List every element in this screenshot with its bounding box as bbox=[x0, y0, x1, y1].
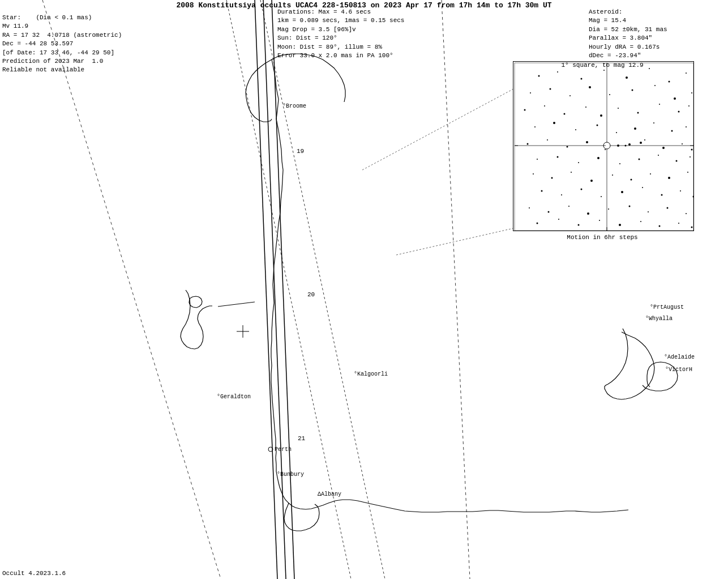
svg-point-106 bbox=[529, 207, 530, 208]
svg-point-72 bbox=[682, 143, 683, 144]
svg-point-126 bbox=[640, 142, 642, 144]
svg-point-101 bbox=[621, 191, 623, 193]
svg-point-116 bbox=[558, 219, 559, 220]
svg-text:ΔAlbany: ΔAlbany bbox=[318, 491, 341, 497]
svg-text:°Kalgoorli: °Kalgoorli bbox=[354, 371, 388, 377]
svg-point-98 bbox=[561, 194, 562, 195]
svg-point-40 bbox=[609, 94, 610, 95]
svg-point-57 bbox=[575, 129, 576, 130]
svg-point-112 bbox=[648, 211, 649, 212]
svg-point-81 bbox=[676, 160, 678, 162]
svg-point-111 bbox=[629, 206, 631, 207]
svg-point-119 bbox=[619, 224, 621, 226]
svg-point-45 bbox=[524, 109, 526, 111]
svg-point-52 bbox=[659, 104, 660, 105]
svg-line-9 bbox=[218, 302, 255, 306]
svg-text:19: 19 bbox=[297, 148, 304, 155]
svg-point-34 bbox=[669, 81, 670, 83]
svg-point-46 bbox=[544, 105, 545, 107]
svg-point-88 bbox=[533, 173, 534, 174]
svg-point-67 bbox=[586, 141, 588, 143]
svg-point-95 bbox=[668, 177, 670, 179]
svg-point-121 bbox=[659, 225, 661, 227]
svg-point-59 bbox=[616, 132, 617, 133]
star-chart-motion-label: Motion in 6hr steps bbox=[512, 233, 693, 242]
svg-point-71 bbox=[662, 147, 665, 149]
svg-point-58 bbox=[597, 125, 598, 126]
svg-point-115 bbox=[537, 223, 538, 224]
svg-point-93 bbox=[631, 179, 632, 181]
svg-point-76 bbox=[578, 162, 579, 163]
svg-point-56 bbox=[553, 122, 555, 124]
svg-point-125 bbox=[628, 143, 631, 146]
svg-point-113 bbox=[667, 207, 669, 209]
svg-point-68 bbox=[605, 149, 606, 150]
svg-point-75 bbox=[557, 156, 559, 158]
svg-text:°Adelaide: °Adelaide bbox=[664, 354, 695, 360]
svg-point-53 bbox=[678, 111, 680, 113]
svg-point-123 bbox=[691, 227, 693, 228]
svg-line-3 bbox=[263, 0, 286, 579]
svg-point-55 bbox=[534, 126, 536, 127]
svg-point-30 bbox=[581, 78, 583, 80]
svg-point-100 bbox=[601, 196, 602, 197]
svg-point-51 bbox=[637, 112, 639, 114]
occult-version: Occult 4.2023.1.6 bbox=[2, 570, 66, 577]
svg-point-118 bbox=[599, 220, 600, 221]
svg-line-1 bbox=[442, 0, 470, 579]
svg-point-42 bbox=[654, 85, 656, 86]
svg-point-97 bbox=[541, 190, 543, 192]
svg-point-91 bbox=[590, 180, 593, 182]
svg-point-103 bbox=[661, 194, 663, 196]
svg-text:Perth: Perth bbox=[275, 446, 292, 453]
svg-point-50 bbox=[618, 108, 619, 109]
svg-point-107 bbox=[548, 211, 550, 213]
asteroid-block: Asteroid: Mag = 15.4 Dia = 52 ±0km, 31 m… bbox=[589, 8, 675, 69]
svg-text:°PrtAugust: °PrtAugust bbox=[650, 304, 684, 310]
svg-point-82 bbox=[690, 156, 691, 157]
svg-point-35 bbox=[686, 73, 687, 74]
svg-point-48 bbox=[585, 107, 586, 108]
svg-line-7 bbox=[362, 85, 521, 170]
svg-point-117 bbox=[578, 224, 580, 226]
svg-point-64 bbox=[527, 143, 529, 145]
svg-point-92 bbox=[612, 174, 613, 176]
svg-point-44 bbox=[691, 92, 692, 93]
svg-line-8 bbox=[396, 227, 521, 255]
svg-point-37 bbox=[550, 88, 551, 90]
svg-line-2 bbox=[255, 0, 277, 579]
svg-point-61 bbox=[653, 122, 654, 124]
svg-point-47 bbox=[564, 113, 566, 115]
svg-point-114 bbox=[686, 213, 687, 214]
svg-point-104 bbox=[680, 190, 681, 191]
svg-point-60 bbox=[634, 127, 636, 130]
svg-point-74 bbox=[537, 159, 538, 160]
svg-text:°VictorH: °VictorH bbox=[665, 367, 692, 373]
svg-point-110 bbox=[608, 208, 609, 210]
svg-point-29 bbox=[557, 71, 558, 73]
star-chart-label-top: 1° square, to mag 12.9 bbox=[512, 61, 693, 70]
svg-point-77 bbox=[597, 157, 599, 159]
svg-point-43 bbox=[674, 97, 676, 100]
svg-point-96 bbox=[687, 172, 688, 173]
star-info-block: Star: (Dia < 0.1 mas) Mv 11.9 RA = 17 32… bbox=[2, 14, 122, 75]
svg-text:21: 21 bbox=[298, 435, 306, 442]
svg-point-94 bbox=[650, 173, 651, 174]
svg-text:°Geraldton: °Geraldton bbox=[217, 394, 251, 400]
svg-point-70 bbox=[644, 139, 645, 141]
svg-point-73 bbox=[691, 149, 693, 151]
svg-line-0 bbox=[42, 0, 221, 579]
svg-text:20: 20 bbox=[307, 291, 315, 298]
svg-point-32 bbox=[626, 76, 628, 79]
svg-point-39 bbox=[589, 86, 591, 88]
svg-point-63 bbox=[686, 126, 687, 127]
svg-point-89 bbox=[551, 177, 553, 179]
svg-point-62 bbox=[671, 130, 673, 132]
svg-point-54 bbox=[688, 105, 690, 107]
svg-point-66 bbox=[567, 146, 568, 148]
durations-block: Durations: Max = 4.6 secs 1km = 0.089 se… bbox=[277, 8, 404, 60]
svg-point-122 bbox=[678, 223, 679, 224]
svg-point-28 bbox=[538, 75, 540, 77]
svg-point-124 bbox=[617, 144, 619, 147]
svg-text:°Broome: °Broome bbox=[282, 103, 306, 109]
